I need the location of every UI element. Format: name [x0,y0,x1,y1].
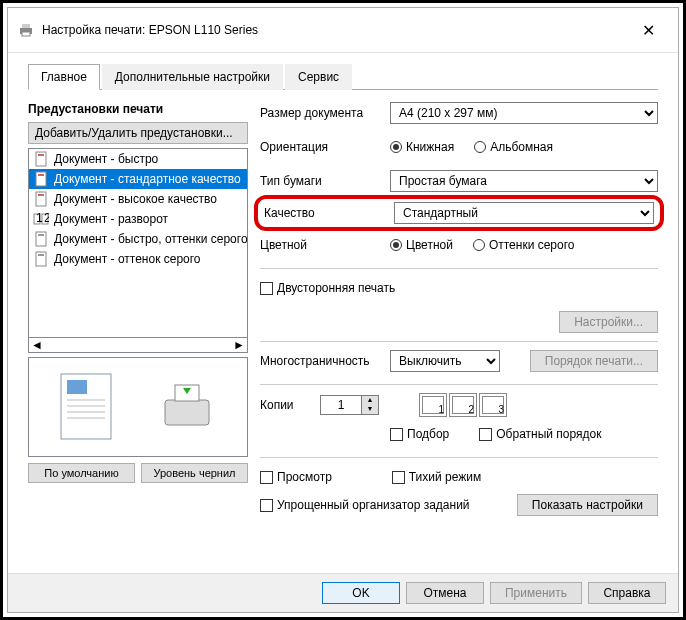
doc-size-select[interactable]: A4 (210 x 297 мм) [390,102,658,124]
quality-highlight: Качество Стандартный [254,195,664,231]
close-button[interactable]: ✕ [628,16,668,44]
help-button[interactable]: Справка [588,582,666,604]
collate-checkbox[interactable]: Подбор [390,427,449,441]
default-button[interactable]: По умолчанию [28,463,135,483]
svg-rect-6 [38,174,44,176]
preset-label: Документ - разворот [54,212,168,226]
tabs: Главное Дополнительные настройки Сервис [28,63,658,90]
preset-item[interactable]: Документ - высокое качество [29,189,247,209]
job-organizer-checkbox[interactable]: Упрощенный организатор заданий [260,498,470,512]
doc-gray-icon [33,251,49,267]
copies-input[interactable] [321,396,361,414]
svg-rect-18 [67,380,87,394]
ok-button[interactable]: OK [322,582,400,604]
svg-rect-2 [22,32,30,36]
radio-color[interactable]: Цветной [390,238,453,252]
apply-button: Применить [490,582,582,604]
tab-advanced[interactable]: Дополнительные настройки [102,64,283,90]
preset-label: Документ - быстро [54,152,158,166]
paper-type-select[interactable]: Простая бумага [390,170,658,192]
reverse-checkbox[interactable]: Обратный порядок [479,427,601,441]
preset-item[interactable]: Документ - оттенок серого [29,249,247,269]
presets-title: Предустановки печати [28,102,248,116]
svg-rect-14 [38,234,44,236]
copies-label: Копии [260,398,320,412]
page-preview-icon [59,372,114,442]
quiet-checkbox[interactable]: Тихий режим [392,470,481,484]
preset-label: Документ - быстро, оттенки серого [54,232,248,246]
preset-list[interactable]: Документ - быстро Документ - стандартное… [28,148,248,338]
orientation-label: Ориентация [260,140,390,154]
cancel-button[interactable]: Отмена [406,582,484,604]
svg-text:1: 1 [36,211,43,225]
doc-gray-icon [33,231,49,247]
svg-text:2: 2 [44,211,49,225]
svg-rect-8 [38,194,44,196]
preset-label: Документ - высокое качество [54,192,217,206]
svg-rect-1 [22,24,30,28]
multipage-select[interactable]: Выключить [390,350,500,372]
duplex-settings-button: Настройки... [559,311,658,333]
svg-rect-4 [38,154,44,156]
ink-levels-button[interactable]: Уровень чернил [141,463,248,483]
spread-icon: 12 [33,211,49,227]
preset-item[interactable]: Документ - стандартное качество [29,169,247,189]
paper-type-label: Тип бумаги [260,174,390,188]
quality-label: Качество [264,206,394,220]
preset-item[interactable]: Документ - быстро [29,149,247,169]
print-settings-dialog: Настройка печати: EPSON L110 Series ✕ Гл… [7,7,679,613]
preset-label: Документ - оттенок серого [54,252,201,266]
spinner-down-icon[interactable]: ▼ [362,405,378,414]
printer-icon [18,22,34,38]
spinner-up-icon[interactable]: ▲ [362,396,378,405]
radio-portrait[interactable]: Книжная [390,140,454,154]
svg-rect-23 [165,400,209,425]
preset-item[interactable]: 12 Документ - разворот [29,209,247,229]
dialog-footer: OK Отмена Применить Справка [8,573,678,612]
preset-label: Документ - стандартное качество [54,172,241,186]
radio-grayscale[interactable]: Оттенки серого [473,238,575,252]
tab-main[interactable]: Главное [28,64,100,90]
collate-preview [419,393,507,417]
preset-item[interactable]: Документ - быстро, оттенки серого [29,229,247,249]
svg-rect-16 [38,254,44,256]
titlebar: Настройка печати: EPSON L110 Series ✕ [8,8,678,53]
multipage-label: Многостраничность [260,354,390,368]
doc-icon [33,191,49,207]
doc-size-label: Размер документа [260,106,390,120]
color-label: Цветной [260,238,390,252]
quality-select[interactable]: Стандартный [394,202,654,224]
preview-box [28,357,248,457]
copies-spinner[interactable]: ▲▼ [320,395,379,415]
tab-service[interactable]: Сервис [285,64,352,90]
doc-icon [33,151,49,167]
doc-icon [33,171,49,187]
window-title: Настройка печати: EPSON L110 Series [42,23,628,37]
radio-landscape[interactable]: Альбомная [474,140,553,154]
preview-checkbox[interactable]: Просмотр [260,470,332,484]
page-order-button: Порядок печати... [530,350,658,372]
add-remove-presets-button[interactable]: Добавить/Удалить предустановки... [28,122,248,144]
show-settings-button[interactable]: Показать настройки [517,494,658,516]
printer-preview-icon [157,380,217,435]
duplex-checkbox[interactable]: Двусторонняя печать [260,281,395,295]
scroll-right-icon[interactable]: ► [233,338,245,352]
scroll-left-icon[interactable]: ◄ [31,338,43,352]
